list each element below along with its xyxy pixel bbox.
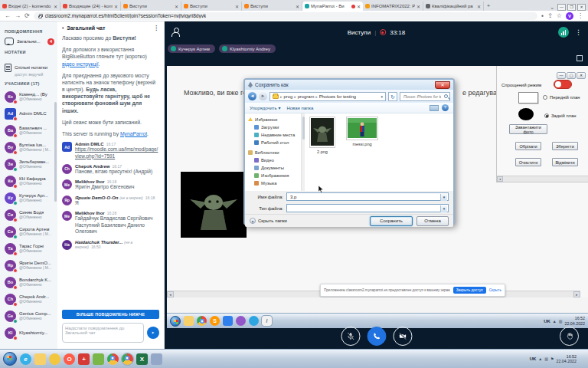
forward-icon[interactable]: → (15, 13, 21, 19)
tray-arrow-icon[interactable]: ▲ (538, 356, 542, 361)
windows-explorer-icon[interactable] (34, 353, 46, 365)
participant-row[interactable]: КуКучерук Арт...@Обмежено (5, 189, 54, 206)
tree-item-recent[interactable]: Недавние места (248, 131, 301, 139)
talking-pill[interactable]: Кучерук Артем (168, 44, 215, 53)
bookmark-star-icon[interactable]: ☆ (557, 13, 562, 19)
messenger-icon[interactable] (49, 353, 60, 365)
start-button-icon[interactable] (170, 316, 181, 327)
sidebar-item-shared-notes[interactable]: Спільні нотатки доступ: ведучий (5, 57, 54, 78)
language-indicator[interactable]: UK (530, 356, 537, 361)
filetype-input[interactable] (289, 205, 446, 212)
tab-vystupy-2[interactable]: Виступи✕ (181, 2, 242, 11)
stop-sharing-button[interactable]: Закрыть доступ (453, 287, 486, 294)
participant-row[interactable]: ТаТарас Горні@Обмежено (5, 240, 54, 257)
breadcrumb-dropdown-icon[interactable]: ▾ (381, 94, 383, 99)
start-button-icon[interactable] (3, 352, 17, 366)
load-photo-button[interactable]: Завантажити фото (509, 124, 547, 134)
tree-item-documents[interactable]: Документы (248, 164, 301, 172)
raise-hand-button[interactable] (560, 327, 579, 346)
participant-row[interactable]: ChChepok Andr...@Обмежено (5, 291, 54, 307)
tree-item-downloads[interactable]: Загрузки (248, 123, 301, 131)
back-icon[interactable]: ← (5, 13, 11, 19)
participant-row[interactable]: КнКН Кафедра@Обмежено (5, 172, 54, 189)
dialog-save-button[interactable]: Сохранить (370, 216, 413, 226)
chat-messages[interactable]: Ласкаво просимо до Виступи! Для допомоги… (62, 34, 159, 307)
breadcrumb[interactable]: ▸prog ▸program ▸Photoes for testing ▾ (270, 92, 386, 101)
tab-qualification[interactable]: Кваліфікаційний ра✕ (423, 2, 484, 11)
app-close-button[interactable]: ✕ (577, 72, 586, 79)
refresh-icon[interactable]: ↻ (388, 92, 397, 101)
feather-app-icon[interactable]: / (262, 316, 272, 326)
app-maximize-button[interactable]: ▢ (567, 72, 576, 79)
user-icon[interactable] (171, 28, 180, 37)
profile-avatar[interactable]: V (566, 12, 573, 20)
sublime-text-icon[interactable]: S (210, 316, 220, 326)
app-scrollbar[interactable]: ◂ (497, 176, 588, 182)
taskbar-clock[interactable]: 16:5222.04.2022 (556, 354, 577, 363)
chevron-down-icon[interactable]: ▼ (440, 205, 447, 212)
chat-back-icon[interactable]: ‹ (62, 25, 64, 31)
minimize-button[interactable]: — (557, 4, 566, 11)
close-icon[interactable]: ✕ (235, 4, 239, 9)
chrome-active-icon[interactable] (122, 353, 133, 365)
mute-button[interactable] (341, 327, 360, 346)
help-icon[interactable]: ? (442, 104, 449, 111)
telegram-icon[interactable] (249, 316, 259, 326)
windows-explorer-icon[interactable] (184, 316, 194, 326)
tab-search-chevron-icon[interactable]: ⌄ (547, 5, 557, 11)
chat-options-icon[interactable]: ⋮ (153, 25, 159, 31)
simplified-mode-toggle[interactable] (554, 80, 572, 89)
search-box[interactable] (400, 92, 450, 101)
extensions-icon[interactable]: ▪ (541, 13, 544, 19)
tab-vystupy-1[interactable]: Виступи✕ (121, 2, 181, 11)
excel-icon[interactable]: X (136, 353, 148, 365)
participant-row[interactable]: БаБазилевич ...@Обмежено (5, 122, 54, 139)
chat-input[interactable] (62, 323, 144, 343)
hide-folders-button[interactable]: ▴Скрыть папки (250, 218, 287, 224)
new-folder-button[interactable]: Новая папка (286, 106, 313, 110)
participant-row[interactable]: BoBondarchyk K...@Обмежено (5, 274, 54, 291)
nav-back-button[interactable]: ◄ (248, 92, 256, 100)
participant-row[interactable]: КоКоменд... (Ву@Обмежено (5, 88, 54, 105)
close-icon[interactable]: ✕ (175, 4, 178, 9)
foreground-radio[interactable]: Передній план (543, 95, 580, 100)
nav-forward-button[interactable]: ► (259, 92, 267, 100)
tree-item-pictures[interactable]: Изображения (248, 172, 301, 179)
restore-button[interactable]: ❐ (567, 4, 576, 11)
search-input[interactable] (402, 94, 443, 100)
internet-explorer-icon[interactable]: e (20, 353, 31, 365)
tree-item-homegroup[interactable]: Домашняя группа ▾ (248, 189, 301, 191)
design-tool-icon[interactable] (151, 353, 162, 365)
close-icon[interactable]: ✕ (357, 4, 361, 9)
app-minimize-button[interactable]: — (557, 72, 566, 79)
close-icon[interactable]: ✕ (477, 4, 481, 9)
tree-item-favorites[interactable]: Избранное (248, 116, 301, 123)
file-item[interactable]: messi.png (346, 117, 378, 146)
participant-row[interactable]: БуБулгіна Ius...@Обмежено | М... (5, 139, 54, 156)
send-message-button[interactable] (147, 327, 159, 339)
close-icon[interactable]: ✕ (114, 4, 118, 9)
tab-vystupy-3[interactable]: Виступи✕ (242, 2, 302, 11)
tree-scrollbar[interactable] (302, 113, 305, 191)
url-field[interactable]: classroom2.mynaparrot.es/html5client/joi… (34, 12, 538, 20)
message-link[interactable]: https://moodle.com.ua/lms/mod/page/view.… (75, 146, 159, 159)
undo-button[interactable]: Відмінити (552, 158, 578, 166)
tree-item-desktop[interactable]: Рабочий стол (248, 139, 301, 146)
close-icon[interactable]: ✕ (54, 4, 57, 9)
participant-row[interactable]: ЗиЗильберман...@Обмежено (5, 156, 54, 172)
filename-combo[interactable]: ▼ (286, 192, 449, 201)
filetype-combo[interactable]: ▼ (286, 204, 449, 212)
save-button[interactable]: Зберегти (552, 142, 578, 150)
filename-input[interactable] (289, 194, 446, 200)
connection-status-icon[interactable] (558, 27, 569, 38)
close-window-button[interactable]: ✕ (577, 4, 586, 11)
shared-clock[interactable]: 16:5222.04.2022 (564, 316, 585, 325)
sidebar-scrollbar[interactable] (54, 102, 57, 202)
audio-button[interactable] (367, 327, 386, 346)
lock-icon[interactable] (38, 15, 42, 18)
tray-arrow-icon[interactable]: ▲ (553, 319, 557, 324)
photo-tool-icon[interactable] (93, 353, 104, 365)
participant-row[interactable]: AdAdmin DMLC (5, 105, 54, 122)
participant-row[interactable]: СиСирота Артем@Обмежено | М... (5, 223, 54, 240)
share-icon[interactable]: ⇪ (547, 13, 553, 19)
